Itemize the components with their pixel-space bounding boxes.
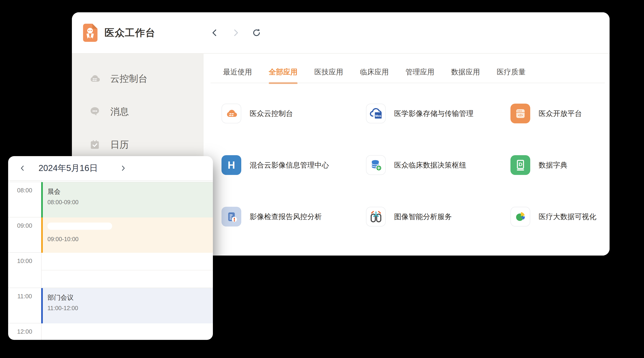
cloud-settings-icon (222, 104, 241, 123)
time-label: 12:00 (8, 328, 41, 335)
time-label: 11:00 (8, 293, 41, 300)
pie-chart-icon (510, 207, 530, 226)
lungs-ai-icon (366, 207, 386, 226)
event-morning-meeting[interactable]: 晨会 08:00-09:00 (41, 182, 213, 217)
tab-quality[interactable]: 医疗质量 (497, 67, 526, 84)
calendar-date-title: 2024年5月16日 (33, 162, 103, 174)
cloud-mos-icon: Mos (366, 104, 386, 123)
calendar-prev-day-icon[interactable] (18, 163, 28, 173)
app-hybrid-cloud-imaging[interactable]: H 混合云影像信息管理中心 (222, 155, 366, 175)
window-header: 医众工作台 (72, 12, 610, 54)
database-plus-icon (366, 155, 386, 175)
tab-bar: 最近使用 全部应用 医技应用 临床应用 管理应用 数据应用 医疗质量 (223, 67, 526, 84)
calendar-header: 2024年5月16日 (8, 156, 213, 181)
tab-all-apps[interactable]: 全部应用 (269, 67, 298, 84)
svg-text:</>: </> (518, 113, 523, 117)
app-label: 图像智能分析服务 (394, 212, 452, 222)
time-label: 08:00 (8, 187, 41, 194)
app-bigdata-visualization[interactable]: 医疗大数据可视化 (510, 207, 610, 226)
sidebar-item-label: 云控制台 (110, 72, 148, 85)
event-time: 09:00-10:00 (48, 236, 213, 243)
calendar-day-view: 08:00 09:00 10:00 11:00 12:00 晨会 08:00-0… (8, 181, 213, 340)
event-redacted[interactable]: 09:00-10:00 (41, 217, 213, 253)
report-alert-icon (222, 207, 241, 226)
event-time: 08:00-09:00 (48, 199, 213, 206)
app-grid: 医众云控制台 Mos 医学影像存储与传输管理 (222, 104, 610, 256)
event-title: 部门会议 (48, 293, 213, 302)
app-image-ai-analysis[interactable]: 图像智能分析服务 (366, 207, 510, 226)
app-label: 医学影像存储与传输管理 (394, 109, 474, 119)
app-image-storage-transfer[interactable]: Mos 医学影像存储与传输管理 (366, 104, 510, 123)
time-label: 10:00 (8, 257, 41, 265)
time-label: 09:00 (8, 222, 41, 229)
app-label: 医众云控制台 (250, 109, 293, 119)
sidebar-item-label: 消息 (110, 105, 129, 118)
tab-management[interactable]: 管理应用 (406, 67, 434, 84)
back-icon[interactable] (210, 28, 220, 38)
sidebar-item-label: 日历 (110, 138, 129, 151)
app-label: 医众临床数据决策枢纽 (394, 160, 466, 170)
cloud-console-icon (88, 72, 101, 85)
refresh-icon[interactable] (252, 28, 262, 38)
app-label: 医众开放平台 (538, 109, 582, 119)
calendar-icon (88, 138, 101, 151)
sidebar-item-cloud-console[interactable]: 云控制台 (72, 62, 204, 95)
event-title: 晨会 (48, 187, 213, 196)
app-cloud-console[interactable]: 医众云控制台 (222, 104, 366, 123)
tab-data[interactable]: 数据应用 (451, 67, 480, 84)
event-time: 11:00-12:00 (48, 305, 213, 312)
forward-icon[interactable] (230, 28, 241, 38)
event-department-meeting[interactable]: 部门会议 11:00-12:00 (41, 288, 213, 323)
app-report-risk-analysis[interactable]: 影像检查报告风控分析 (222, 207, 366, 226)
hybrid-cloud-icon: H (222, 155, 241, 175)
svg-text:Mos: Mos (375, 114, 381, 117)
dictionary-book-icon: D (510, 155, 530, 175)
app-label: 影像检查报告风控分析 (250, 212, 322, 222)
nav-controls (210, 12, 262, 53)
half-hour-line (42, 270, 213, 270)
open-platform-code-icon: </> (510, 104, 530, 123)
tab-medtech[interactable]: 医技应用 (314, 67, 343, 84)
event-title-redacted (48, 222, 112, 230)
tab-clinical[interactable]: 临床应用 (360, 67, 389, 84)
app-label: 混合云影像信息管理中心 (250, 160, 329, 170)
app-open-platform[interactable]: </> 医众开放平台 (510, 104, 610, 123)
app-logo-icon (83, 24, 98, 42)
svg-text:D: D (518, 161, 522, 167)
app-label: 医疗大数据可视化 (538, 212, 596, 222)
content-area: 最近使用 全部应用 医技应用 临床应用 管理应用 数据应用 医疗质量 (204, 54, 610, 256)
app-label: 数据字典 (538, 160, 568, 170)
tab-recent[interactable]: 最近使用 (223, 67, 252, 84)
app-data-dictionary[interactable]: D 数据字典 (510, 155, 610, 175)
calendar-panel: 2024年5月16日 08:00 09:00 10:00 11:00 12:00… (8, 156, 213, 340)
messages-icon (88, 105, 101, 118)
app-clinical-data-hub[interactable]: 医众临床数据决策枢纽 (366, 155, 510, 175)
calendar-next-day-icon[interactable] (118, 163, 128, 173)
tabs-divider (210, 83, 605, 83)
window-title: 医众工作台 (104, 26, 156, 39)
sidebar-item-messages[interactable]: 消息 (72, 95, 204, 128)
